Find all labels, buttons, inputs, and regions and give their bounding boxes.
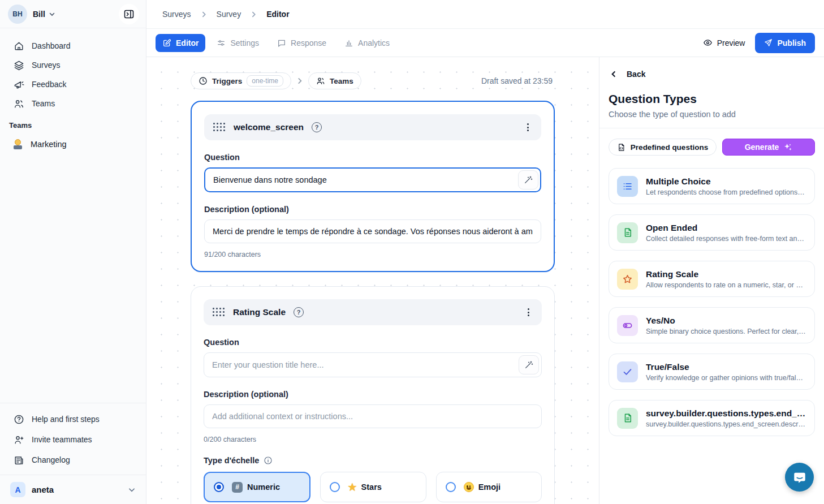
sidebar-item-help[interactable]: Help and first steps <box>0 409 146 429</box>
breadcrumb-surveys[interactable]: Surveys <box>162 10 191 19</box>
question-card-welcome-screen[interactable]: welcome_screen ? Question Description (o… <box>191 101 555 272</box>
scale-type-label: Type d'échelle <box>204 456 259 465</box>
teams-section-label: Teams <box>0 113 146 134</box>
option-label: Stars <box>361 483 382 492</box>
scale-option-numeric[interactable]: # Numeric <box>204 472 310 502</box>
sidebar-item-label: Help and first steps <box>32 415 100 424</box>
sidebar-item-team-marketing[interactable]: Marketing <box>0 134 146 154</box>
chat-launcher-button[interactable] <box>785 463 814 492</box>
question-card-rating-scale[interactable]: Rating Scale ? Question Description (opt… <box>191 286 555 504</box>
type-item-end-screen[interactable]: survey.builder.questions.types.end_scr..… <box>609 400 815 436</box>
type-item-rating-scale[interactable]: Rating Scale Allow respondents to rate o… <box>609 261 815 297</box>
description-input[interactable] <box>204 404 542 428</box>
tab-label: Analytics <box>358 38 390 48</box>
sidebar-header: BH Bill <box>0 0 146 28</box>
kebab-menu-icon[interactable] <box>524 120 532 135</box>
type-item-yes-no[interactable]: Yes/No Simple binary choice questions. P… <box>609 307 815 343</box>
account-switcher[interactable]: A aneta <box>0 475 146 504</box>
tab-editor[interactable]: Editor <box>156 34 205 52</box>
generate-button[interactable]: Generate <box>722 139 815 156</box>
chevron-right-icon <box>200 11 208 18</box>
chevron-left-icon <box>610 70 618 78</box>
sidebar-item-surveys[interactable]: Surveys <box>0 55 146 75</box>
type-item-open-ended[interactable]: Open Ended Collect detailed responses wi… <box>609 214 815 251</box>
teams-chip[interactable]: Teams <box>308 72 361 89</box>
check-icon <box>617 361 638 382</box>
magic-wand-button[interactable] <box>519 355 539 374</box>
breadcrumb: Surveys Survey Editor <box>146 0 824 29</box>
triggers-chip[interactable]: Triggers one-time <box>191 72 291 89</box>
document-icon <box>617 408 638 429</box>
sparkles-icon <box>783 143 792 152</box>
type-description: Simple binary choice questions. Perfect … <box>646 328 806 335</box>
breadcrumb-survey[interactable]: Survey <box>217 10 241 19</box>
chevron-down-icon <box>128 486 136 494</box>
card-header: welcome_screen ? <box>204 114 541 140</box>
publish-label: Publish <box>777 38 806 48</box>
teams-chip-label: Teams <box>330 77 353 85</box>
sidebar-item-feedback[interactable]: Feedback <box>0 75 146 94</box>
star-emoji-icon: ★ <box>348 483 356 492</box>
tab-label: Editor <box>176 38 199 48</box>
sidebar-item-changelog[interactable]: Changelog <box>0 450 146 470</box>
type-item-multiple-choice[interactable]: Multiple Choice Let respondents choose f… <box>609 168 815 204</box>
newspaper-icon <box>14 455 24 466</box>
layers-icon <box>14 60 24 71</box>
panel-title: Question Types <box>609 92 815 106</box>
eye-icon <box>703 38 713 48</box>
tab-analytics[interactable]: Analytics <box>338 34 396 52</box>
sidebar-item-invite[interactable]: Invite teammates <box>0 429 146 450</box>
account-avatar: A <box>10 482 25 497</box>
predefined-label: Predefined questions <box>631 143 708 152</box>
main-area: Surveys Survey Editor Editor Settings R <box>146 0 824 504</box>
tab-settings[interactable]: Settings <box>210 34 266 52</box>
sidebar: BH Bill Dashboard Surveys Feedback <box>0 0 146 504</box>
avatar[interactable]: BH <box>8 5 27 24</box>
radio-unselected <box>330 482 340 492</box>
sidebar-item-label: Teams <box>32 99 55 108</box>
type-item-true-false[interactable]: True/False Verify knowledge or gather op… <box>609 354 815 390</box>
info-icon[interactable] <box>264 456 273 465</box>
type-title: Open Ended <box>646 223 806 233</box>
type-title: True/False <box>646 362 806 372</box>
panel-subtitle: Choose the type of question to add <box>609 110 815 119</box>
type-title: Rating Scale <box>646 269 806 279</box>
question-type-list: Multiple Choice Let respondents choose f… <box>609 168 815 436</box>
back-button[interactable]: Back <box>609 68 815 80</box>
account-name: aneta <box>32 485 122 494</box>
help-icon[interactable]: ? <box>294 307 304 317</box>
users-icon <box>316 76 325 85</box>
tab-response[interactable]: Response <box>270 34 333 52</box>
publish-button[interactable]: Publish <box>755 33 815 53</box>
option-label: Numeric <box>247 483 280 492</box>
scale-option-emoji[interactable]: Emoji <box>436 472 542 502</box>
clock-icon <box>199 76 208 85</box>
char-count: 0/200 characters <box>204 436 542 443</box>
question-input[interactable] <box>204 352 542 377</box>
chat-bubble-icon <box>277 38 286 48</box>
description-label: Description (optional) <box>204 390 542 399</box>
kebab-menu-icon[interactable] <box>524 305 533 320</box>
scale-option-stars[interactable]: ★ Stars <box>320 472 426 502</box>
help-icon[interactable]: ? <box>312 122 322 132</box>
drag-handle-icon[interactable] <box>213 123 226 132</box>
user-plus-icon <box>14 434 24 445</box>
question-input[interactable] <box>204 167 541 192</box>
chevron-down-icon[interactable] <box>49 11 55 18</box>
preview-button[interactable]: Preview <box>703 38 745 48</box>
sliders-icon <box>217 38 226 48</box>
sidebar-item-teams[interactable]: Teams <box>0 94 146 113</box>
sidebar-footer: Help and first steps Invite teammates Ch… <box>0 403 146 504</box>
sidebar-item-dashboard[interactable]: Dashboard <box>0 36 146 55</box>
type-description: survey.builder.questions.types.end_scree… <box>646 420 806 428</box>
char-count: 91/200 characters <box>204 251 541 259</box>
megaphone-icon <box>14 79 24 90</box>
workspace-name[interactable]: Bill <box>33 10 45 19</box>
magic-wand-button[interactable] <box>518 170 538 189</box>
drag-handle-icon[interactable] <box>213 308 225 317</box>
predefined-questions-button[interactable]: Predefined questions <box>609 139 717 156</box>
collapse-sidebar-icon[interactable] <box>119 4 139 24</box>
sidebar-item-label: Surveys <box>32 61 61 70</box>
sidebar-item-label: Feedback <box>32 80 66 89</box>
description-input[interactable] <box>204 219 541 243</box>
